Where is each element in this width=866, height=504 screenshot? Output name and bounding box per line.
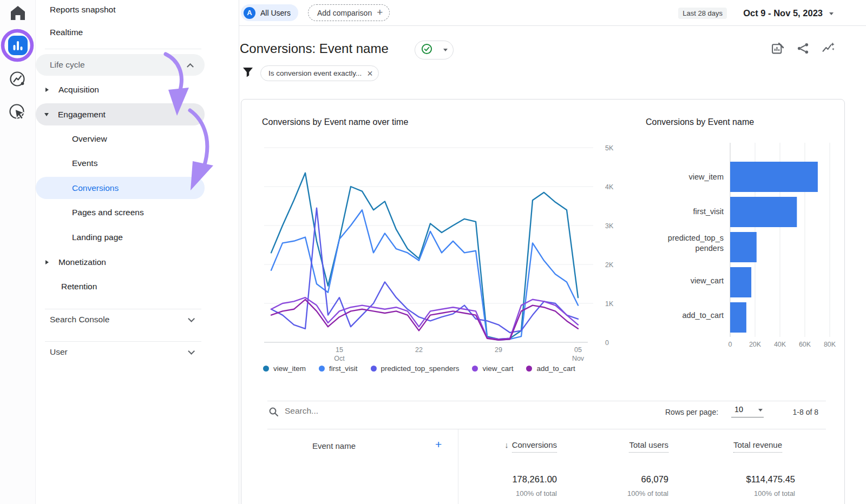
table-header-divider [267,429,826,429]
column-header-conversions[interactable]: ↓Conversions [504,440,557,449]
expand-right-icon [45,260,49,264]
legend-dot [263,366,269,372]
legend-item-predicted-top-spenders[interactable]: predicted_top_spenders [371,364,460,373]
svg-text:20K: 20K [749,341,762,348]
column-header-total-revenue[interactable]: Total revenue [733,440,782,449]
sidebar-item-label: Monetization [58,257,106,267]
sidebar-section-label: Life cycle [50,60,85,70]
svg-text:22: 22 [415,346,423,354]
chevron-down-icon [188,315,195,322]
filter-chip[interactable]: Is conversion event exactly... × [260,65,379,81]
totals-total-users: 66,079 [641,474,668,485]
sidebar-item-realtime[interactable]: Realtime [36,23,205,42]
totals-conversions: 178,261.00 [512,474,557,485]
sidebar-item-retention[interactable]: Retention [36,276,205,297]
caret-down-icon [443,49,448,51]
legend-item-view-item[interactable]: view_item [263,364,306,373]
search-input[interactable] [285,406,447,416]
legend-item-add-to-cart[interactable]: add_to_cart [526,364,575,373]
legend-label: first_visit [329,364,358,373]
line-chart-legend: view_item first_visit predicted_top_spen… [263,364,575,373]
legend-label: view_item [273,364,306,373]
sidebar-item-label: Acquisition [58,85,99,95]
totals-total-revenue-share: 100% of total [754,489,795,498]
chevron-up-icon [187,63,194,70]
legend-label: predicted_top_spenders [381,364,460,373]
svg-text:4K: 4K [605,183,614,191]
svg-text:15: 15 [336,346,343,354]
sidebar-item-label: Pages and screens [72,208,144,217]
page-title: Conversions: Event name [240,41,389,56]
svg-text:Oct: Oct [334,355,345,362]
column-header-label: Total revenue [733,440,782,453]
conversion-verified-badge[interactable] [415,41,454,59]
bar-chart-title: Conversions by Event name [646,117,754,127]
report-nav-sidebar: Reports snapshot Realtime Life cycle Acq… [36,0,239,504]
sidebar-section-label: Search Console [50,315,109,324]
filter-funnel-icon[interactable] [242,66,254,81]
add-dimension-button[interactable]: + [435,438,442,451]
column-header-event-name[interactable]: Event name [312,441,356,450]
search-icon[interactable] [268,407,279,419]
filter-chip-label: Is conversion event exactly... [268,69,362,77]
sidebar-section-user[interactable]: User [36,342,205,362]
sidebar-item-acquisition[interactable]: Acquisition [36,79,205,101]
svg-text:2K: 2K [605,261,614,269]
explore-icon[interactable] [0,70,36,89]
rows-per-page-label: Rows per page: [665,408,718,416]
svg-text:80K: 80K [824,341,836,348]
card-divider [267,401,826,401]
share-icon[interactable] [796,42,810,57]
customize-report-icon[interactable] [771,42,784,57]
chevron-down-icon [188,348,195,355]
sidebar-item-reports-snapshot[interactable]: Reports snapshot [36,0,205,19]
sidebar-item-pages-and-screens[interactable]: Pages and screens [36,202,205,223]
ga4-app: Reports snapshot Realtime Life cycle Acq… [0,0,866,504]
advertising-icon[interactable] [0,103,36,123]
rows-per-page-select[interactable]: 10 [731,403,764,417]
sidebar-section-search-console[interactable]: Search Console [36,309,205,330]
date-range-picker[interactable]: Oct 9 - Nov 5, 2023 [743,8,823,18]
bar-category-label: first_visit [664,207,724,217]
sidebar-item-events[interactable]: Events [36,152,205,174]
sidebar-item-label: Conversions [72,183,119,193]
add-comparison-button[interactable]: Add comparison + [308,4,390,21]
legend-label: view_cart [482,364,513,373]
totals-total-users-share: 100% of total [627,489,668,498]
report-actions [771,42,835,57]
insights-icon[interactable] [822,42,835,57]
sidebar-item-label: Landing page [72,233,123,242]
filter-bar: Is conversion event exactly... × [242,65,379,81]
column-header-label: Conversions [512,440,557,453]
line-chart-title: Conversions by Event name over time [262,117,408,127]
svg-text:5K: 5K [605,144,614,152]
sidebar-item-overview[interactable]: Overview [36,128,205,150]
expand-right-icon [45,88,49,92]
reports-icon[interactable] [0,35,36,56]
sidebar-item-monetization[interactable]: Monetization [36,251,205,273]
sidebar-section-life-cycle[interactable]: Life cycle [36,54,205,76]
sidebar-divider [45,49,201,49]
sidebar-item-landing-page[interactable]: Landing page [36,227,205,248]
sidebar-item-conversions-selected[interactable]: Conversions [36,177,205,199]
legend-item-first-visit[interactable]: first_visit [319,364,358,373]
check-circle-icon [421,43,432,57]
bar-category-label: add_to_cart [664,310,724,321]
collapse-down-icon [44,113,49,116]
column-header-total-users[interactable]: Total users [629,440,668,449]
legend-label: add_to_cart [536,364,575,373]
left-icon-rail [0,0,36,504]
svg-text:29: 29 [495,346,502,354]
sidebar-item-engagement[interactable]: Engagement [36,103,205,125]
legend-item-view-cart[interactable]: view_cart [472,364,513,373]
rows-per-page-value: 10 [734,405,743,414]
svg-text:40K: 40K [774,341,786,348]
all-users-segment-chip[interactable]: A All Users [241,4,298,21]
caret-down-icon [758,409,763,412]
table-column-divider [458,429,458,504]
topbar-divider [239,25,866,26]
date-preset-badge: Last 28 days [678,8,727,19]
sort-descending-icon: ↓ [504,440,509,449]
close-icon[interactable]: × [367,69,373,78]
home-icon[interactable] [0,4,36,22]
